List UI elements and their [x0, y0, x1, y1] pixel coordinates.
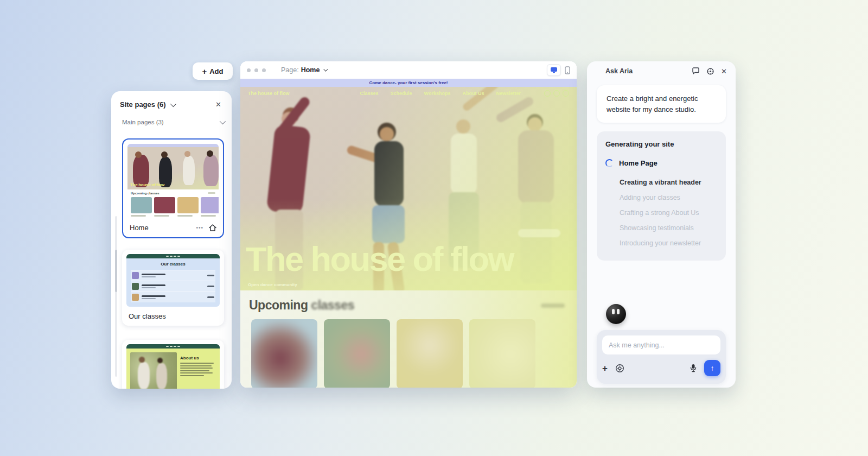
main-pages-group-row[interactable]: Main pages (3): [111, 115, 232, 130]
mini-classes-title: Our classes: [131, 262, 215, 267]
settings-icon[interactable]: [706, 67, 714, 75]
generation-step: Crafting a strong About Us: [620, 205, 717, 220]
chat-input[interactable]: [602, 335, 720, 354]
mini-class-card: [177, 197, 199, 218]
aria-panel-title: Ask Aria: [605, 67, 633, 75]
close-icon[interactable]: ✕: [721, 67, 727, 75]
page-name-home: Home: [130, 224, 149, 232]
mini-dancer: [203, 155, 219, 186]
mini-section-title: Upcoming classes: [131, 192, 159, 195]
section-title: Upcoming classes: [249, 298, 354, 313]
classes-page-thumbnail: Our classes: [126, 254, 220, 307]
mobile-view-button[interactable]: [565, 66, 570, 74]
pages-panel-title[interactable]: Site pages (6): [120, 100, 166, 109]
class-cards-row: [240, 313, 577, 388]
mini-nav-bar: [126, 344, 220, 349]
class-card: [397, 319, 463, 388]
upcoming-classes-section: Upcoming classes: [240, 290, 577, 388]
home-page-thumbnail: The house of flow Upcoming classes: [127, 144, 219, 218]
add-page-button[interactable]: + Add: [193, 62, 233, 80]
loading-spinner-icon: [605, 159, 614, 167]
aria-avatar: [606, 304, 626, 324]
generation-step: Adding your classes: [620, 190, 717, 205]
home-icon: [209, 224, 216, 231]
plus-icon: +: [202, 67, 207, 76]
mini-dancer-head: [184, 151, 190, 157]
page-label: Page:: [281, 66, 299, 74]
chat-history-icon[interactable]: [692, 67, 700, 75]
pages-scrollbar-thumb[interactable]: [115, 250, 117, 292]
mini-about-title: About us: [180, 356, 216, 360]
pages-scrollbar-track[interactable]: [115, 216, 117, 377]
mini-class-row: [131, 270, 215, 281]
nav-link-schedule[interactable]: Schedule: [391, 91, 412, 96]
window-control-dots: [247, 68, 266, 72]
generating-page-name: Home Page: [619, 159, 658, 167]
chevron-down-icon[interactable]: [324, 67, 328, 71]
class-card: [324, 319, 390, 388]
chevron-down-icon: [220, 118, 226, 124]
generation-steps-list: Creating a vibrant header Adding your cl…: [605, 175, 717, 251]
generating-status-card: Generating your site Home Page Creating …: [597, 131, 726, 261]
page-name-our-classes: Our classes: [129, 312, 166, 320]
announcement-bar: Come dance- your first session's free!: [240, 79, 577, 87]
close-icon[interactable]: ✕: [213, 99, 224, 110]
chevron-down-icon[interactable]: [170, 100, 176, 106]
social-icon[interactable]: [563, 90, 569, 97]
desktop-icon: [550, 67, 558, 73]
mini-section-strip: Upcoming classes: [127, 189, 219, 197]
announcement-text: Come dance- your first session's free!: [369, 80, 448, 85]
hero-section: The house of flow Classes Schedule Works…: [240, 87, 577, 290]
page-selector[interactable]: Home: [301, 66, 320, 74]
desktop-view-button[interactable]: [547, 64, 561, 76]
site-preview-window: Page: Home Come dance- your first sessio…: [240, 61, 577, 388]
mini-dancer: [183, 156, 195, 185]
section-link-placeholder: [541, 303, 565, 308]
page-card-home[interactable]: The house of flow Upcoming classes Home …: [122, 138, 224, 238]
add-page-button-label: Add: [209, 67, 223, 75]
nav-link-newsletter[interactable]: Newsletter: [496, 91, 521, 96]
preview-top-bar: Page: Home: [240, 61, 577, 79]
social-icons[interactable]: [544, 90, 569, 97]
tools-icon[interactable]: [615, 364, 624, 373]
page-card-our-classes[interactable]: Our classes Our classes: [122, 250, 224, 326]
generation-step: Showcasing testimonials: [620, 220, 717, 236]
social-icon[interactable]: [553, 90, 560, 97]
nav-link-workshops[interactable]: Workshops: [424, 91, 451, 96]
site-logo[interactable]: The house of flow: [248, 91, 290, 96]
pages-panel-header: Site pages (6) ✕: [111, 91, 232, 115]
page-card-about-us[interactable]: About us: [122, 340, 224, 389]
generation-step: Introducing your newsletter: [620, 236, 717, 251]
send-button[interactable]: ↑: [704, 360, 720, 376]
mini-dancer-head: [207, 150, 213, 157]
mini-class-card: [154, 197, 175, 218]
site-canvas: Come dance- your first session's free!: [240, 79, 577, 388]
nav-link-classes[interactable]: Classes: [360, 91, 379, 96]
user-message-bubble: Create a bright and energetic website fo…: [597, 85, 726, 123]
mini-class-card: [201, 197, 219, 218]
aria-header: Ask Aria ✕: [587, 61, 736, 81]
mini-dancer-head: [135, 151, 142, 158]
more-options-icon[interactable]: •••: [196, 225, 203, 231]
nav-link-about-us[interactable]: About Us: [462, 91, 484, 96]
user-message-text: Create a bright and energetic website fo…: [607, 94, 698, 113]
site-pages-panel: Site pages (6) ✕ Main pages (3) The hous…: [111, 91, 232, 389]
site-nav-bar: The house of flow Classes Schedule Works…: [240, 90, 577, 97]
generating-title: Generating your site: [605, 140, 717, 148]
send-arrow-icon: ↑: [711, 364, 714, 372]
attach-plus-icon[interactable]: +: [602, 364, 608, 373]
hero-title: The house of flow: [246, 239, 573, 278]
microphone-icon[interactable]: [690, 364, 697, 372]
mini-nav-bar: [126, 254, 220, 258]
mini-section-link: [208, 192, 215, 194]
hero-tagline: Open dance community: [248, 282, 297, 287]
mini-hero-title: The house of flow: [130, 182, 164, 187]
hero-cta-button[interactable]: [518, 229, 560, 237]
mini-dancer-head: [161, 151, 168, 158]
about-page-thumbnail: About us: [126, 344, 220, 389]
mini-class-cards: [127, 197, 219, 218]
mini-hero-image: The house of flow: [127, 147, 219, 189]
mini-class-card: [131, 197, 152, 218]
social-icon[interactable]: [544, 90, 551, 97]
class-card: [251, 319, 317, 388]
